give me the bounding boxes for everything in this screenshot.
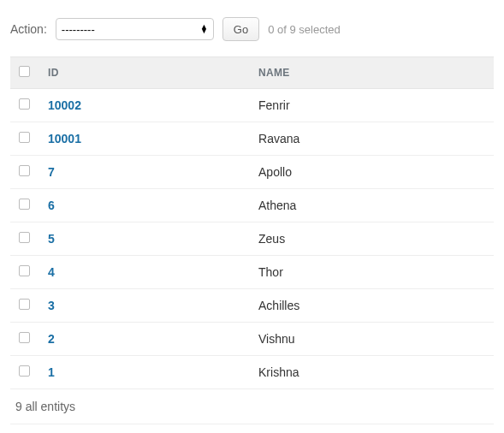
- id-link[interactable]: 2: [48, 332, 55, 346]
- header-name[interactable]: NAME: [250, 57, 494, 89]
- row-checkbox[interactable]: [19, 98, 30, 110]
- id-link[interactable]: 10001: [48, 132, 81, 145]
- row-checkbox-cell: [10, 222, 39, 256]
- data-table: ID NAME 10002Fenrir10001Ravana7Apollo6At…: [10, 56, 494, 389]
- row-name-cell: Achilles: [250, 289, 494, 323]
- table-row: 10002Fenrir: [10, 89, 494, 122]
- row-checkbox-cell: [10, 356, 39, 389]
- row-checkbox[interactable]: [19, 232, 30, 243]
- row-checkbox[interactable]: [19, 265, 30, 276]
- action-label: Action:: [10, 22, 47, 36]
- row-id-cell: 4: [39, 256, 250, 289]
- row-name-cell: Vishnu: [250, 323, 494, 356]
- row-id-cell: 5: [39, 222, 250, 256]
- table-row: 6Athena: [10, 189, 494, 222]
- table-row: 7Apollo: [10, 156, 494, 189]
- table-row: 4Thor: [10, 256, 494, 289]
- row-name-cell: Apollo: [250, 156, 494, 189]
- id-link[interactable]: 4: [48, 265, 55, 279]
- row-id-cell: 10001: [39, 122, 250, 156]
- row-name-cell: Fenrir: [250, 89, 494, 122]
- table-row: 5Zeus: [10, 222, 494, 256]
- table-row: 3Achilles: [10, 289, 494, 323]
- id-link[interactable]: 1: [48, 365, 55, 379]
- table-row: 10001Ravana: [10, 122, 494, 156]
- row-checkbox[interactable]: [19, 332, 30, 343]
- row-name-cell: Athena: [250, 189, 494, 222]
- id-link[interactable]: 10002: [48, 98, 81, 112]
- row-checkbox[interactable]: [19, 165, 30, 176]
- row-name-cell: Krishna: [250, 356, 494, 389]
- header-checkbox-cell: [10, 57, 39, 89]
- go-button[interactable]: Go: [222, 17, 259, 41]
- row-checkbox-cell: [10, 256, 39, 289]
- table-row: 2Vishnu: [10, 323, 494, 356]
- row-checkbox-cell: [10, 189, 39, 222]
- row-id-cell: 10002: [39, 89, 250, 122]
- row-checkbox-cell: [10, 323, 39, 356]
- row-checkbox-cell: [10, 289, 39, 323]
- id-link[interactable]: 5: [48, 232, 55, 246]
- table-row: 1Krishna: [10, 356, 494, 389]
- row-checkbox[interactable]: [19, 365, 30, 377]
- row-name-cell: Thor: [250, 256, 494, 289]
- id-link[interactable]: 7: [48, 165, 55, 179]
- action-select[interactable]: ---------: [56, 18, 214, 40]
- row-checkbox[interactable]: [19, 132, 30, 143]
- action-bar: Action: --------- ▲▼ Go 0 of 9 selected: [10, 17, 494, 41]
- selection-count: 0 of 9 selected: [268, 23, 341, 36]
- row-checkbox[interactable]: [19, 199, 30, 210]
- row-checkbox-cell: [10, 122, 39, 156]
- row-checkbox[interactable]: [19, 299, 30, 310]
- row-name-cell: Zeus: [250, 222, 494, 256]
- row-id-cell: 1: [39, 356, 250, 389]
- id-link[interactable]: 6: [48, 199, 55, 212]
- row-id-cell: 7: [39, 156, 250, 189]
- row-checkbox-cell: [10, 89, 39, 122]
- header-id[interactable]: ID: [39, 57, 250, 89]
- row-id-cell: 6: [39, 189, 250, 222]
- select-all-checkbox[interactable]: [19, 66, 30, 77]
- footer-count: 9 all entitys: [10, 389, 494, 424]
- row-id-cell: 2: [39, 323, 250, 356]
- row-checkbox-cell: [10, 156, 39, 189]
- row-name-cell: Ravana: [250, 122, 494, 156]
- id-link[interactable]: 3: [48, 299, 55, 312]
- row-id-cell: 3: [39, 289, 250, 323]
